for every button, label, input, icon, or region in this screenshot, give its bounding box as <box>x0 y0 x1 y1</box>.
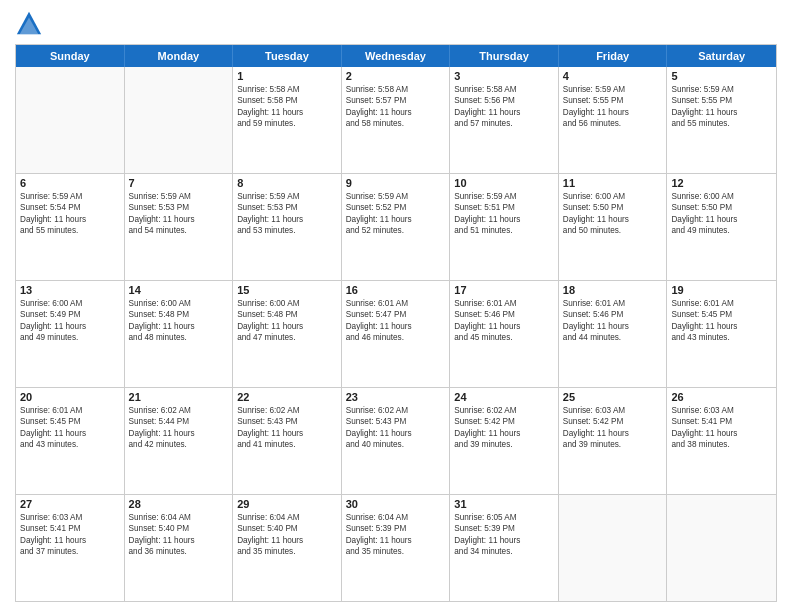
cell-line: Sunrise: 5:59 AM <box>237 191 337 202</box>
cell-line: and 39 minutes. <box>454 439 554 450</box>
cell-line: Daylight: 11 hours <box>237 107 337 118</box>
day-cell-18: 18Sunrise: 6:01 AMSunset: 5:46 PMDayligh… <box>559 281 668 387</box>
cell-line: Sunset: 5:43 PM <box>346 416 446 427</box>
cell-line: Sunrise: 6:00 AM <box>20 298 120 309</box>
cell-line: Sunset: 5:43 PM <box>237 416 337 427</box>
cell-line: Sunrise: 6:03 AM <box>671 405 772 416</box>
cell-line: Sunrise: 6:01 AM <box>346 298 446 309</box>
cell-line: Sunset: 5:42 PM <box>563 416 663 427</box>
day-number: 8 <box>237 177 337 189</box>
cell-line: Sunrise: 6:01 AM <box>671 298 772 309</box>
day-cell-26: 26Sunrise: 6:03 AMSunset: 5:41 PMDayligh… <box>667 388 776 494</box>
day-cell-31: 31Sunrise: 6:05 AMSunset: 5:39 PMDayligh… <box>450 495 559 601</box>
day-cell-14: 14Sunrise: 6:00 AMSunset: 5:48 PMDayligh… <box>125 281 234 387</box>
header-day-friday: Friday <box>559 45 668 67</box>
day-cell-9: 9Sunrise: 5:59 AMSunset: 5:52 PMDaylight… <box>342 174 451 280</box>
cell-line: Sunrise: 6:02 AM <box>454 405 554 416</box>
day-cell-20: 20Sunrise: 6:01 AMSunset: 5:45 PMDayligh… <box>16 388 125 494</box>
cell-line: Daylight: 11 hours <box>237 428 337 439</box>
day-cell-13: 13Sunrise: 6:00 AMSunset: 5:49 PMDayligh… <box>16 281 125 387</box>
cell-line: and 42 minutes. <box>129 439 229 450</box>
cell-line: Sunrise: 5:58 AM <box>346 84 446 95</box>
page: SundayMondayTuesdayWednesdayThursdayFrid… <box>0 0 792 612</box>
cell-line: Sunrise: 6:01 AM <box>20 405 120 416</box>
cell-line: Sunrise: 6:00 AM <box>237 298 337 309</box>
cell-line: Sunset: 5:46 PM <box>454 309 554 320</box>
empty-cell <box>125 67 234 173</box>
cell-line: Sunrise: 6:02 AM <box>237 405 337 416</box>
calendar-header: SundayMondayTuesdayWednesdayThursdayFrid… <box>16 45 776 67</box>
day-cell-23: 23Sunrise: 6:02 AMSunset: 5:43 PMDayligh… <box>342 388 451 494</box>
cell-line: Sunset: 5:54 PM <box>20 202 120 213</box>
cell-line: Daylight: 11 hours <box>671 428 772 439</box>
cell-line: Sunrise: 6:03 AM <box>563 405 663 416</box>
day-cell-25: 25Sunrise: 6:03 AMSunset: 5:42 PMDayligh… <box>559 388 668 494</box>
cell-line: Sunset: 5:50 PM <box>563 202 663 213</box>
cell-line: Sunset: 5:52 PM <box>346 202 446 213</box>
cell-line: Daylight: 11 hours <box>671 321 772 332</box>
day-number: 19 <box>671 284 772 296</box>
cell-line: Sunrise: 6:00 AM <box>671 191 772 202</box>
header <box>15 10 777 38</box>
cell-line: Sunrise: 5:59 AM <box>346 191 446 202</box>
cell-line: Daylight: 11 hours <box>563 107 663 118</box>
day-cell-29: 29Sunrise: 6:04 AMSunset: 5:40 PMDayligh… <box>233 495 342 601</box>
cell-line: and 54 minutes. <box>129 225 229 236</box>
cell-line: and 36 minutes. <box>129 546 229 557</box>
day-cell-28: 28Sunrise: 6:04 AMSunset: 5:40 PMDayligh… <box>125 495 234 601</box>
cell-line: Sunrise: 6:04 AM <box>129 512 229 523</box>
cell-line: Sunset: 5:55 PM <box>671 95 772 106</box>
header-day-sunday: Sunday <box>16 45 125 67</box>
cell-line: Sunset: 5:53 PM <box>129 202 229 213</box>
day-cell-4: 4Sunrise: 5:59 AMSunset: 5:55 PMDaylight… <box>559 67 668 173</box>
day-cell-10: 10Sunrise: 5:59 AMSunset: 5:51 PMDayligh… <box>450 174 559 280</box>
logo-icon <box>15 10 43 38</box>
cell-line: and 35 minutes. <box>237 546 337 557</box>
cell-line: and 57 minutes. <box>454 118 554 129</box>
logo <box>15 10 47 38</box>
cell-line: and 50 minutes. <box>563 225 663 236</box>
cell-line: Sunset: 5:45 PM <box>20 416 120 427</box>
cell-line: Daylight: 11 hours <box>563 428 663 439</box>
day-number: 3 <box>454 70 554 82</box>
week-row-2: 6Sunrise: 5:59 AMSunset: 5:54 PMDaylight… <box>16 174 776 281</box>
cell-line: and 43 minutes. <box>20 439 120 450</box>
cell-line: Daylight: 11 hours <box>129 214 229 225</box>
cell-line: and 37 minutes. <box>20 546 120 557</box>
cell-line: and 43 minutes. <box>671 332 772 343</box>
cell-line: Sunrise: 6:02 AM <box>129 405 229 416</box>
day-cell-16: 16Sunrise: 6:01 AMSunset: 5:47 PMDayligh… <box>342 281 451 387</box>
cell-line: Sunset: 5:55 PM <box>563 95 663 106</box>
cell-line: Sunset: 5:58 PM <box>237 95 337 106</box>
cell-line: and 51 minutes. <box>454 225 554 236</box>
cell-line: Daylight: 11 hours <box>671 107 772 118</box>
day-number: 5 <box>671 70 772 82</box>
cell-line: Sunset: 5:56 PM <box>454 95 554 106</box>
cell-line: Daylight: 11 hours <box>671 214 772 225</box>
cell-line: and 48 minutes. <box>129 332 229 343</box>
day-number: 11 <box>563 177 663 189</box>
cell-line: Sunrise: 6:01 AM <box>563 298 663 309</box>
cell-line: Sunset: 5:41 PM <box>671 416 772 427</box>
day-cell-5: 5Sunrise: 5:59 AMSunset: 5:55 PMDaylight… <box>667 67 776 173</box>
day-cell-11: 11Sunrise: 6:00 AMSunset: 5:50 PMDayligh… <box>559 174 668 280</box>
cell-line: and 59 minutes. <box>237 118 337 129</box>
header-day-monday: Monday <box>125 45 234 67</box>
header-day-wednesday: Wednesday <box>342 45 451 67</box>
cell-line: Sunset: 5:40 PM <box>237 523 337 534</box>
day-cell-3: 3Sunrise: 5:58 AMSunset: 5:56 PMDaylight… <box>450 67 559 173</box>
cell-line: Daylight: 11 hours <box>563 321 663 332</box>
day-cell-27: 27Sunrise: 6:03 AMSunset: 5:41 PMDayligh… <box>16 495 125 601</box>
cell-line: Sunset: 5:39 PM <box>346 523 446 534</box>
day-cell-19: 19Sunrise: 6:01 AMSunset: 5:45 PMDayligh… <box>667 281 776 387</box>
cell-line: Daylight: 11 hours <box>454 321 554 332</box>
cell-line: Sunrise: 6:01 AM <box>454 298 554 309</box>
day-number: 1 <box>237 70 337 82</box>
day-number: 24 <box>454 391 554 403</box>
cell-line: Sunset: 5:50 PM <box>671 202 772 213</box>
empty-cell <box>16 67 125 173</box>
day-number: 10 <box>454 177 554 189</box>
day-cell-15: 15Sunrise: 6:00 AMSunset: 5:48 PMDayligh… <box>233 281 342 387</box>
cell-line: and 52 minutes. <box>346 225 446 236</box>
cell-line: Sunrise: 5:59 AM <box>563 84 663 95</box>
